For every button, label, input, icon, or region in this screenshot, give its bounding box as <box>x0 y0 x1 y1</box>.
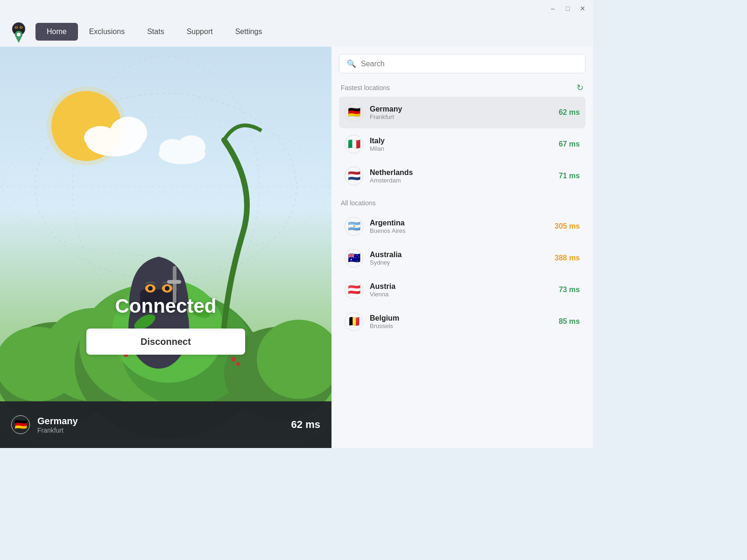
search-input[interactable] <box>361 60 578 68</box>
austria-flag-icon: 🇦🇹 <box>345 280 363 299</box>
app-logo <box>7 21 30 43</box>
svg-point-35 <box>148 286 153 291</box>
belgium-country: Belgium <box>370 314 552 322</box>
netherlands-city: Amsterdam <box>370 177 552 184</box>
location-item-netherlands[interactable]: 🇳🇱 Netherlands Amsterdam 71 ms <box>339 160 585 192</box>
australia-ms: 388 ms <box>555 254 580 262</box>
all-locations-header: All locations <box>339 199 585 207</box>
argentina-location-info: Argentina Buenos Aires <box>370 219 548 234</box>
australia-country: Australia <box>370 251 548 259</box>
right-panel: 🔍 Fastest locations ↻ 🇩🇪 Germany Frankfu… <box>331 47 593 448</box>
australia-city: Sydney <box>370 259 548 266</box>
disconnect-button[interactable]: Disconnect <box>86 329 245 355</box>
illustration-svg <box>0 47 331 448</box>
status-ms: 62 ms <box>291 419 320 431</box>
svg-rect-38 <box>167 280 181 284</box>
netherlands-flag-icon: 🇳🇱 <box>345 167 363 185</box>
svg-point-4 <box>16 27 17 28</box>
italy-ms: 67 ms <box>559 140 580 148</box>
argentina-city: Buenos Aires <box>370 227 548 234</box>
status-flag-icon: 🇩🇪 <box>11 415 30 434</box>
australia-location-info: Australia Sydney <box>370 251 548 266</box>
svg-point-44 <box>231 357 236 362</box>
austria-ms: 73 ms <box>559 286 580 294</box>
refresh-button[interactable]: ↻ <box>577 83 584 93</box>
argentina-ms: 305 ms <box>555 222 580 231</box>
germany-flag-icon: 🇩🇪 <box>345 103 363 122</box>
italy-country: Italy <box>370 137 552 145</box>
austria-city: Vienna <box>370 291 552 298</box>
australia-flag-icon: 🇦🇺 <box>345 249 363 267</box>
fastest-locations-title: Fastest locations <box>341 84 390 91</box>
belgium-ms: 85 ms <box>559 317 580 326</box>
location-item-italy[interactable]: 🇮🇹 Italy Milan 67 ms <box>339 128 585 160</box>
title-bar: – □ ✕ <box>0 0 593 17</box>
germany-ms: 62 ms <box>559 108 580 117</box>
connected-status: Connected <box>115 295 216 317</box>
germany-city: Frankfurt <box>370 113 552 120</box>
svg-point-19 <box>160 139 186 158</box>
belgium-flag-icon: 🇧🇪 <box>345 312 363 331</box>
close-button[interactable]: ✕ <box>576 2 589 15</box>
nav-support[interactable]: Support <box>176 23 224 41</box>
location-item-austria[interactable]: 🇦🇹 Austria Vienna 73 ms <box>339 274 585 306</box>
nav-settings[interactable]: Settings <box>224 23 274 41</box>
svg-point-5 <box>21 27 22 28</box>
nav-bar: Home Exclusions Stats Support Settings <box>0 17 593 47</box>
location-item-australia[interactable]: 🇦🇺 Australia Sydney 388 ms <box>339 242 585 274</box>
belgium-location-info: Belgium Brussels <box>370 314 552 329</box>
status-info: Germany Frankfurt <box>37 416 284 434</box>
austria-location-info: Austria Vienna <box>370 282 552 298</box>
italy-city: Milan <box>370 145 552 152</box>
svg-point-7 <box>17 33 21 36</box>
location-item-belgium[interactable]: 🇧🇪 Belgium Brussels 85 ms <box>339 306 585 337</box>
fastest-locations-header: Fastest locations ↻ <box>339 83 585 93</box>
nav-stats[interactable]: Stats <box>136 23 175 41</box>
italy-location-info: Italy Milan <box>370 137 552 152</box>
svg-point-16 <box>84 126 117 149</box>
argentina-country: Argentina <box>370 219 548 227</box>
netherlands-country: Netherlands <box>370 168 552 177</box>
location-item-argentina[interactable]: 🇦🇷 Argentina Buenos Aires 305 ms <box>339 210 585 242</box>
all-locations-title: All locations <box>341 199 376 207</box>
search-icon: 🔍 <box>347 59 356 68</box>
location-item-germany[interactable]: 🇩🇪 Germany Frankfurt 62 ms <box>339 97 585 128</box>
status-bar: 🇩🇪 Germany Frankfurt 62 ms <box>0 401 331 448</box>
svg-point-45 <box>236 362 240 366</box>
nav-exclusions[interactable]: Exclusions <box>78 23 136 41</box>
svg-point-36 <box>165 286 169 291</box>
argentina-flag-icon: 🇦🇷 <box>345 217 363 236</box>
status-city: Frankfurt <box>37 427 284 434</box>
main-area: Connected Disconnect 🇩🇪 Germany Frankfur… <box>0 47 593 448</box>
italy-flag-icon: 🇮🇹 <box>345 135 363 154</box>
belgium-city: Brussels <box>370 322 552 329</box>
germany-location-info: Germany Frankfurt <box>370 105 552 120</box>
minimize-button[interactable]: – <box>546 2 559 15</box>
maximize-button[interactable]: □ <box>561 2 574 15</box>
austria-country: Austria <box>370 282 552 291</box>
left-panel: Connected Disconnect 🇩🇪 Germany Frankfur… <box>0 47 331 448</box>
netherlands-location-info: Netherlands Amsterdam <box>370 168 552 184</box>
nav-home[interactable]: Home <box>35 23 78 41</box>
search-box[interactable]: 🔍 <box>339 54 585 73</box>
status-country: Germany <box>37 416 284 427</box>
germany-country: Germany <box>370 105 552 113</box>
netherlands-ms: 71 ms <box>559 172 580 180</box>
